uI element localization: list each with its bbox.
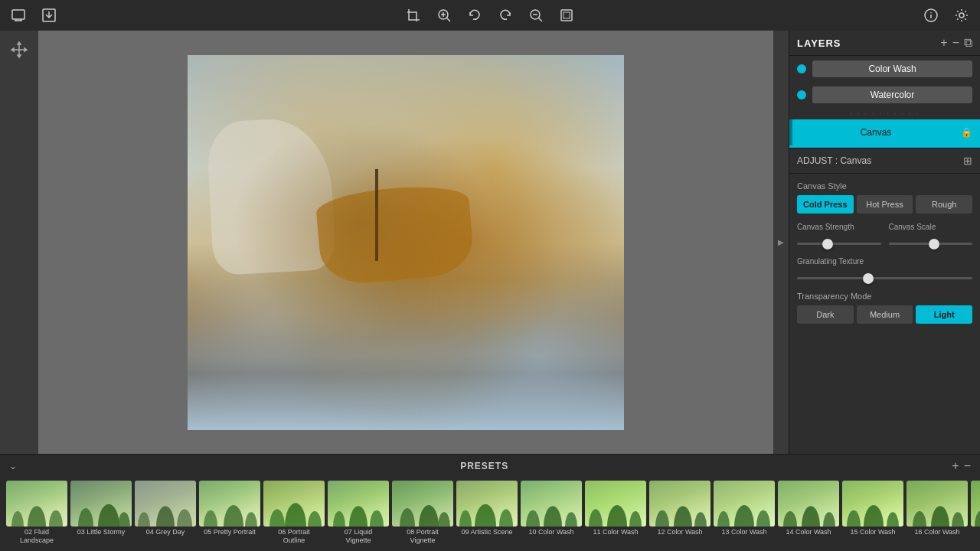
granulating-texture-label: Granulating Texture (797, 257, 972, 266)
adjust-content: Canvas Style Cold Press Hot Press Rough … (789, 174, 980, 454)
frame-icon[interactable] (556, 5, 577, 26)
svg-point-54 (756, 510, 770, 527)
preset-label-02: 02 FluidLandscape (6, 528, 67, 545)
preset-item-11[interactable]: 11 Color Wash (585, 481, 646, 545)
preset-item-08[interactable]: 08 PortraitVignette (392, 481, 453, 545)
preset-label-12: 12 Color Wash (649, 528, 710, 536)
svg-point-39 (438, 513, 450, 527)
preset-item-17[interactable]: 17 Tropical M (971, 481, 980, 545)
rotate-cw-icon[interactable] (495, 5, 516, 26)
remove-layer-button[interactable]: − (952, 37, 959, 49)
svg-point-58 (847, 510, 861, 527)
layer-name-canvas[interactable]: Canvas (797, 124, 955, 141)
rotate-ccw-icon[interactable] (464, 5, 485, 26)
preset-item-06[interactable]: 06 PortraitOutline (263, 481, 325, 545)
layer-name-watercolor[interactable]: Watercolor (812, 86, 972, 103)
layer-item-watercolor[interactable]: Watercolor (789, 82, 980, 108)
presets-toggle-button[interactable]: ⌄ (9, 461, 17, 471)
add-layer-button[interactable]: + (940, 37, 947, 49)
layer-name-color-wash[interactable]: Color Wash (812, 60, 972, 77)
crop-icon[interactable] (403, 5, 424, 26)
svg-rect-0 (12, 10, 24, 19)
preset-item-12[interactable]: 12 Color Wash (649, 481, 710, 545)
canvas-strength-label: Canvas Strength (797, 223, 881, 231)
preset-label-08: 08 PortraitVignette (392, 528, 453, 545)
svg-point-22 (78, 508, 93, 527)
svg-point-23 (98, 504, 119, 527)
zoom-in-icon[interactable] (433, 5, 455, 26)
preset-label-11: 11 Color Wash (585, 528, 646, 536)
svg-point-64 (975, 510, 980, 527)
preset-item-05[interactable]: 05 Pretty Portrait (199, 481, 260, 545)
adjust-options-icon[interactable]: ⊞ (963, 155, 972, 167)
preset-label-10: 10 Color Wash (521, 528, 582, 536)
svg-point-63 (952, 513, 964, 527)
duplicate-layer-button[interactable]: ⧉ (964, 37, 972, 49)
medium-mode-button[interactable]: Medium (857, 305, 913, 324)
svg-point-24 (118, 513, 130, 527)
svg-point-45 (565, 513, 577, 527)
add-preset-button[interactable]: + (952, 459, 959, 473)
canvas-scale-slider[interactable] (889, 243, 973, 245)
svg-point-17 (930, 12, 932, 14)
svg-point-31 (270, 510, 285, 527)
svg-point-38 (419, 505, 439, 527)
collapse-panel-button[interactable]: ▶ (773, 31, 789, 454)
layers-list: Color Wash Watercolor · · · · · · · · · … (789, 56, 980, 145)
canvas-strength-slider[interactable] (797, 243, 881, 245)
preset-item-15[interactable]: 15 Color Wash (842, 481, 903, 545)
preset-item-16[interactable]: 16 Color Wash (906, 481, 968, 545)
preset-thumb-04 (135, 481, 196, 527)
svg-point-29 (224, 505, 243, 527)
svg-point-41 (475, 504, 496, 527)
rough-button[interactable]: Rough (916, 195, 972, 214)
remove-preset-button[interactable]: − (964, 459, 971, 473)
move-tool-icon[interactable] (8, 38, 31, 61)
toolbar-right (920, 5, 972, 26)
svg-point-37 (400, 508, 415, 527)
presets-scroll[interactable]: 02 FluidLandscape 03 Little Stormy 04 Gr… (0, 478, 980, 551)
zoom-out-icon[interactable] (525, 5, 547, 26)
settings-icon[interactable] (951, 5, 972, 26)
svg-point-19 (11, 511, 24, 527)
svg-point-33 (308, 511, 322, 527)
granulating-texture-slider[interactable] (797, 277, 972, 279)
preset-item-13[interactable]: 13 Color Wash (714, 481, 775, 545)
svg-point-47 (607, 505, 627, 527)
preset-label-06: 06 PortraitOutline (263, 528, 325, 545)
preset-item-03[interactable]: 03 Little Stormy (70, 481, 132, 545)
preset-thumb-10 (521, 481, 582, 527)
preset-item-09[interactable]: 09 Artistic Scene (456, 481, 518, 545)
cold-press-button[interactable]: Cold Press (797, 195, 854, 214)
svg-point-35 (349, 507, 368, 527)
screen-icon[interactable] (8, 5, 29, 26)
preset-thumb-12 (649, 481, 710, 527)
light-mode-button[interactable]: Light (916, 305, 972, 324)
canvas-strength-group: Canvas Strength (797, 223, 881, 248)
hot-press-button[interactable]: Hot Press (857, 195, 913, 214)
layer-dot-color-wash (797, 64, 806, 73)
layer-divider: · · · · · · · · · · (789, 108, 980, 119)
left-panel (0, 31, 38, 454)
info-icon[interactable] (920, 5, 942, 26)
canvas-style-label: Canvas Style (797, 181, 972, 191)
dark-mode-button[interactable]: Dark (797, 305, 854, 324)
preset-label-13: 13 Color Wash (714, 528, 775, 536)
canvas-area (38, 31, 773, 454)
svg-point-52 (717, 511, 730, 527)
layer-item-canvas[interactable]: Canvas 🔒 (789, 119, 980, 145)
preset-item-07[interactable]: 07 LiquidVignette (328, 481, 389, 545)
import-icon[interactable] (38, 5, 60, 26)
svg-point-25 (138, 513, 150, 527)
canvas-scale-group: Canvas Scale (889, 223, 973, 248)
svg-point-60 (887, 513, 899, 527)
preset-item-02[interactable]: 02 FluidLandscape (6, 481, 67, 545)
preset-item-14[interactable]: 14 Color Wash (778, 481, 839, 545)
layers-title: LAYERS (797, 37, 841, 49)
layers-controls: + − ⧉ (940, 37, 972, 49)
layer-item-color-wash[interactable]: Color Wash (789, 56, 980, 82)
top-toolbar (0, 0, 980, 31)
preset-item-04[interactable]: 04 Grey Day (135, 481, 196, 545)
preset-item-10[interactable]: 10 Color Wash (521, 481, 582, 545)
painting-canvas (188, 55, 624, 430)
